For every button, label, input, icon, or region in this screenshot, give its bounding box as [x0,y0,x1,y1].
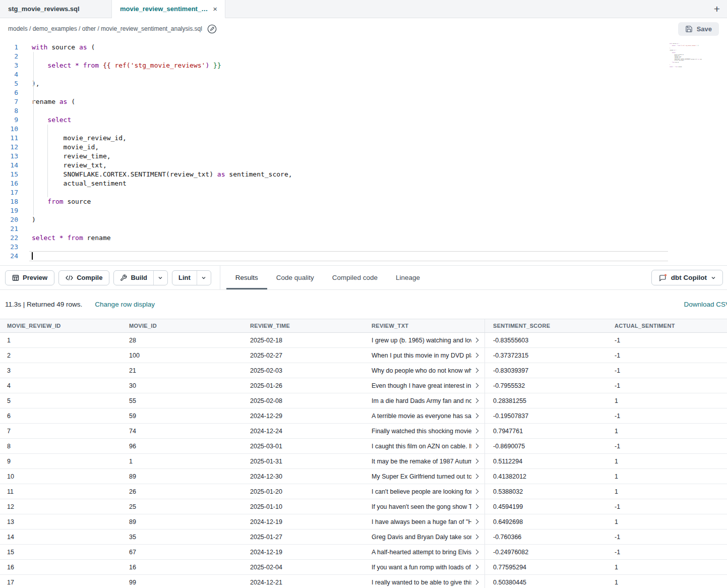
file-tab-movie-review-sentiment[interactable]: movie_review_sentiment_… × [112,0,225,18]
table-cell: -0.760366 [485,530,607,544]
change-row-display-link[interactable]: Change row display [95,301,155,308]
expand-cell-icon[interactable] [474,429,479,434]
code-line[interactable]: 16 actual_sentiment [0,179,727,188]
line-number: 3 [0,61,29,70]
expand-cell-icon[interactable] [474,489,479,494]
code-line[interactable]: 21 [0,224,727,233]
table-cell: -0.37372315 [485,348,607,363]
editor-minimap[interactable]: with source as ( select * from {{ ref('s… [670,43,702,71]
table-row: 10892024-12-30My Super Ex Girlfriend tur… [0,469,727,484]
code-line[interactable]: 11 movie_review_id, [0,134,727,143]
close-tab-icon[interactable]: × [213,5,217,13]
tab-lineage[interactable]: Lineage [387,266,429,289]
table-row: 17992024-12-21I really wanted to be able… [0,575,727,588]
code-line[interactable]: 7rename as ( [0,97,727,106]
code-line[interactable]: 5), [0,79,727,88]
table-row: 4302025-01-26Even though I have great in… [0,378,727,393]
table-cell: 2024-12-29 [243,408,365,423]
code-line[interactable]: 19 [0,206,727,215]
line-number: 2 [0,52,29,61]
preview-button[interactable]: Preview [5,270,54,285]
tab-bar-spacer: + [225,0,727,18]
file-tab-stg-movie-reviews[interactable]: stg_movie_reviews.sql [0,0,112,18]
line-number: 4 [0,70,29,79]
table-row: 14352025-01-27Greg Davis and Bryan Daly … [0,530,727,545]
lint-dropdown-button[interactable] [197,271,211,285]
code-line[interactable]: 15 SNOWFLAKE.CORTEX.SENTIMENT(review_txt… [0,170,727,179]
expand-cell-icon[interactable] [474,535,479,540]
compile-button[interactable]: Compile [58,270,109,285]
save-button[interactable]: Save [678,22,719,36]
code-line[interactable]: 14 review_txt, [0,161,727,170]
code-line[interactable]: 17 [0,188,727,197]
line-number: 6 [0,88,29,97]
expand-cell-icon[interactable] [474,414,479,419]
code-line[interactable]: 2 [0,52,727,61]
dbt-copilot-button[interactable]: dbt Copilot [651,270,723,285]
expand-cell-icon[interactable] [474,383,479,388]
table-cell: 74 [122,424,243,438]
table-cell: 1 [607,393,727,408]
download-csv-link[interactable]: Download CSV [684,301,727,308]
code-line[interactable]: 18 from source [0,197,727,206]
table-cell: -1 [607,439,727,453]
column-header-movie-review-id: MOVIE_REVIEW_ID [0,319,122,332]
code-line[interactable]: 6 [0,88,727,97]
code-line[interactable]: 1with source as ( [0,43,727,52]
table-cell: 2025-03-01 [243,439,365,453]
line-number: 24 [0,252,29,261]
table-cell: 89 [122,469,243,484]
code-line[interactable]: 13 review_time, [0,152,727,161]
column-header-movie-id: MOVIE_ID [122,319,243,332]
line-number: 18 [0,197,29,206]
edit-file-icon[interactable] [207,24,217,34]
expand-cell-icon[interactable] [474,444,479,449]
expand-cell-icon[interactable] [474,519,479,524]
expand-cell-icon[interactable] [474,550,479,555]
code-line[interactable]: 23 [0,243,727,252]
table-cell: I have always been a huge fan of "Hom… [365,514,485,529]
table-cell: 0.50380445 [485,575,607,588]
table-cell: 0.7947761 [485,424,607,438]
build-dropdown-button[interactable] [153,271,167,285]
expand-cell-icon[interactable] [474,368,479,373]
line-number: 20 [0,215,29,224]
table-cell: 1 [607,469,727,484]
code-editor[interactable]: 1with source as (23 select * from {{ ref… [0,39,727,265]
code-line[interactable]: 9 select [0,115,727,125]
lint-button[interactable]: Lint [172,271,197,285]
table-cell: 2024-12-19 [243,514,365,529]
code-line[interactable]: 4 [0,70,727,79]
table-row: 12252025-01-10If you haven't seen the go… [0,499,727,514]
tab-code-quality[interactable]: Code quality [267,266,323,289]
code-line[interactable]: 12 movie_id, [0,143,727,152]
table-row: 912025-01-31It may be the remake of 1987… [0,454,727,469]
expand-cell-icon[interactable] [474,398,479,403]
line-number: 23 [0,243,29,252]
expand-cell-icon[interactable] [474,338,479,343]
new-tab-icon[interactable]: + [714,4,720,14]
build-button[interactable]: Build [114,271,153,285]
expand-cell-icon[interactable] [474,565,479,570]
expand-cell-icon[interactable] [474,353,479,358]
table-cell: 0.5388032 [485,484,607,499]
table-header-row: MOVIE_REVIEW_ID MOVIE_ID REVIEW_TIME REV… [0,319,727,333]
expand-cell-icon[interactable] [474,580,479,585]
code-line[interactable]: 20) [0,215,727,224]
tab-compiled-code[interactable]: Compiled code [323,266,387,289]
code-line[interactable]: 24 [0,252,727,261]
code-line[interactable]: 3 select * from {{ ref('stg_movie_review… [0,61,727,70]
table-cell: 1 [607,484,727,499]
code-line[interactable]: 8 [0,106,727,115]
expand-cell-icon[interactable] [474,504,479,509]
expand-cell-icon[interactable] [474,474,479,479]
table-row: 1282025-02-18I grew up (b. 1965) watchin… [0,333,727,348]
expand-cell-icon[interactable] [474,459,479,464]
code-line[interactable]: 22select * from rename [0,233,727,243]
code-line[interactable]: 10 [0,125,727,134]
file-tab-bar: stg_movie_reviews.sql movie_review_senti… [0,0,727,18]
table-cell: If you want a fun romp with loads of s… [365,560,485,574]
tab-results[interactable]: Results [226,266,267,289]
breadcrumb: models / demo_examples / other / movie_r… [8,25,202,32]
chevron-down-icon [158,275,163,280]
